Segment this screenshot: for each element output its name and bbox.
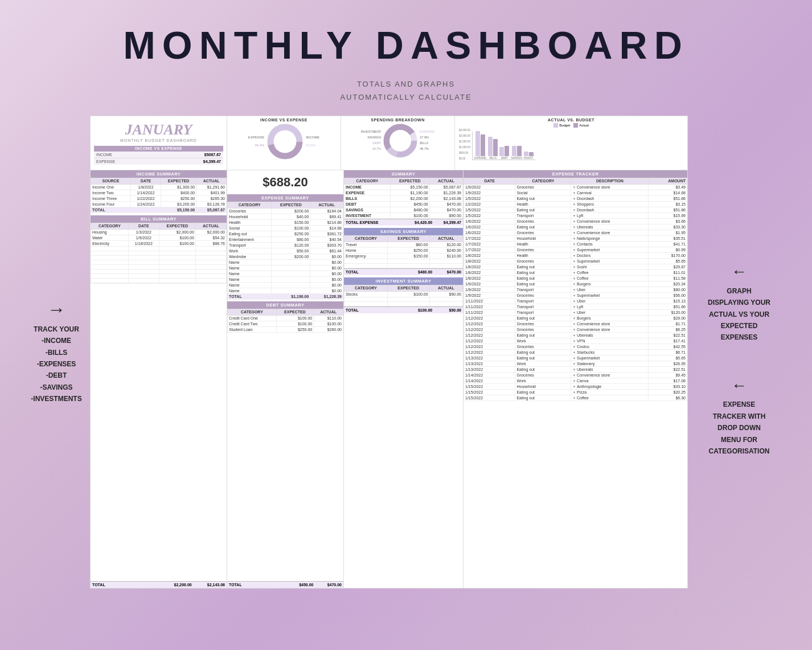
tracker-row: 1/9/2022Social▼ Carnival$14.68 xyxy=(464,190,687,195)
table-row: Wardrobe$200.00$0.00 xyxy=(228,254,343,259)
tracker-panel: EXPENSE TRACKER DATE CATEGORY DESCRIPTIO… xyxy=(464,170,687,588)
summary-panel: SUMMARY CATEGORY EXPECTED ACTUAL INCOME$… xyxy=(344,170,464,588)
empty-row xyxy=(91,246,227,251)
svg-point-7 xyxy=(389,130,411,152)
jan-subtitle: MONTHLY BUDGET DASHBOARD xyxy=(120,138,197,142)
tracker-row: 1/13/2022Eating out▼ Ubereats$22.51 xyxy=(464,366,687,372)
table-row: Household$40.00$69.41 xyxy=(228,214,343,219)
table-row: Housing1/3/2022$2,000.00$2,000.00 xyxy=(91,229,227,235)
main-title: MONTHLY DASHBOARD xyxy=(123,23,689,67)
table-row: Name$0.00 xyxy=(228,282,343,288)
summary-table: SUMMARY CATEGORY EXPECTED ACTUAL INCOME$… xyxy=(344,170,463,226)
left-side-label: → TRACK YOUR -INCOME -BILLS -EXPENSES -D… xyxy=(27,299,90,405)
table-row: Credit Card One$100.00$110.00 xyxy=(228,315,343,321)
tracker-row: 1/8/2022Eating out▼ Sushi$29.87 xyxy=(464,264,687,269)
table-row: Home$250.00$240.00 xyxy=(345,247,463,253)
table-row: Student Loan$250.00$260.00 xyxy=(228,326,343,332)
january-title: JANUARY xyxy=(125,121,192,138)
left-panel: INCOME SUMMARY SOURCE DATE EXPECTED ACTU… xyxy=(91,170,227,588)
empty-row xyxy=(345,259,463,263)
table-row: INCOME$5,150.00$5,087.67 xyxy=(345,184,463,190)
tracker-row: 1/12/2022Groceries▼ Convenience store$1.… xyxy=(464,321,687,326)
tracker-row: 1/7/2022Groceries▼ Supermarket$0.99 xyxy=(464,247,687,252)
investment-summary: INVESTMENT SUMMARY CATEGORY EXPECTED ACT… xyxy=(344,277,463,313)
tracker-row: 1/7/2022Health▼ Contacts$41.71 xyxy=(464,241,687,247)
debt-summary: DEBT SUMMARY CATEGORY EXPECTED ACTUAL Cr… xyxy=(227,301,343,333)
tracker-row: 1/8/2022Health▼ Doctors$170.00 xyxy=(464,252,687,258)
tracker-row: 1/14/2022Work▼ Canva$17.08 xyxy=(464,378,687,383)
spending-breakdown-chart: SPENDING BREAKDOWN INVESTMENT SAVINGS DE… xyxy=(341,116,455,170)
tracker-row: 1/6/2022Groceries▼ Convenience store$3.6… xyxy=(464,218,687,224)
empty-row xyxy=(91,251,227,255)
table-row: Eating out$250.00$381.72 xyxy=(228,231,343,236)
table-row: Name$0.00 xyxy=(228,271,343,276)
tracker-row: 1/12/2022Groceries▼ Convenience store$6.… xyxy=(464,326,687,332)
tracker-row: 1/12/2022Groceries▼ Costco$42.55 xyxy=(464,344,687,349)
tracker-row: 1/8/2022Eating out▼ Coffee$11.58 xyxy=(464,275,687,281)
table-row: DEBT$450.00$470.00 xyxy=(345,201,463,207)
tracker-row: 1/11/2022Transport▼ Uber$120.00 xyxy=(464,309,687,315)
tracker-row: 1/12/2022Work▼ VPN$17.41 xyxy=(464,338,687,344)
table-row: Income Three1/22/2022$250.00$265.30 xyxy=(91,195,227,201)
tracker-row: 1/5/2022Transport▼ Lyft$15.99 xyxy=(464,212,687,218)
spreadsheet: JANUARY MONTHLY BUDGET DASHBOARD INCOME … xyxy=(90,116,688,588)
bill-summary: BILL SUMMARY CATEGORY DATE EXPECTED ACTU… xyxy=(91,215,227,283)
empty-row xyxy=(345,297,463,301)
svg-point-2 xyxy=(274,130,297,153)
empty-row xyxy=(345,301,463,306)
empty-row xyxy=(91,278,227,283)
tracker-row: 1/9/2022Transport▼ Uber$80.00 xyxy=(464,287,687,292)
table-row: Transport$120.00$303.70 xyxy=(228,242,343,248)
table-row: Credit Card Two$100.00$100.00 xyxy=(228,321,343,326)
table-row: Name$0.00 xyxy=(228,265,343,271)
table-row: Emergency$150.00$110.00 xyxy=(345,253,463,259)
tracker-row: 1/12/2022Eating out▼ Burgers$29.00 xyxy=(464,315,687,321)
tracker-row: 1/2/2022Health▼ Shoppers$3.15 xyxy=(464,201,687,207)
table-row: Health$150.00$214.86 xyxy=(228,219,343,225)
savings-summary: SAVINGS SUMMARY CATEGORY EXPECTED ACTUAL… xyxy=(344,228,463,275)
table-row: Income Four1/24/2022$3,200.00$3,128.78 xyxy=(91,201,227,207)
empty-row xyxy=(91,269,227,273)
empty-row xyxy=(345,263,463,268)
tracker-row: 1/9/2022Eating out▼ Burgers$20.34 xyxy=(464,281,687,287)
table-row: Stocks$100.00$90.00 xyxy=(345,291,463,297)
empty-row xyxy=(91,255,227,260)
tracker-row: 1/13/2022Eating out▼ Supermarket$5.65 xyxy=(464,355,687,361)
table-row: BILLS$2,200.00$2,143.08 xyxy=(345,195,463,201)
empty-row xyxy=(91,264,227,269)
table-row: Income Two1/14/2022$400.00$401.99 xyxy=(91,190,227,195)
tracker-row: 1/6/2022Groceries▼ Convenience store$1.9… xyxy=(464,230,687,235)
tracker-row: 1/5/2022Eating out▼ Doordash$51.86 xyxy=(464,195,687,201)
table-row: Name$0.00 xyxy=(228,259,343,265)
actual-vs-budget-chart: ACTUAL VS. BUDGET Budget Actual $2,500.0… xyxy=(455,116,687,170)
tracker-row: 1/13/2022Work▼ Stationery$26.95 xyxy=(464,361,687,366)
tracker-row: 1/12/2022Eating out▼ Ubereats$22.51 xyxy=(464,332,687,338)
total-row: TOTAL$5,150.00$5,087.67 xyxy=(91,207,227,212)
tracker-row: 1/12/2022Eating out▼ Starbucks$6.71 xyxy=(464,349,687,355)
tracker-row: 1/15/2022Household▼ Anthropologie$33.10 xyxy=(464,383,687,389)
january-block: JANUARY MONTHLY BUDGET DASHBOARD INCOME … xyxy=(91,116,227,170)
right-label-tracker: ← EXPENSETRACKER WITHDROP DOWNMENU FORCA… xyxy=(694,372,785,457)
right-label-graph: ← GRAPHDISPLAYING YOURACTUAL VS YOUREXPE… xyxy=(694,258,785,344)
table-row: Entertainment$80.00$40.54 xyxy=(228,236,343,242)
tracker-row: 1/11/2022Transport▼ Uber$15.13 xyxy=(464,298,687,304)
table-row: EXPENSE$1,190.00$1,226.39 xyxy=(345,190,463,195)
expense-summary: EXPENSE SUMMARY CATEGORY EXPECTED ACTUAL… xyxy=(227,194,343,300)
tracker-row: 1/9/2022Groceries▼ Supermarket$56.00 xyxy=(464,292,687,298)
table-row: SAVINGS$480.00$470.00 xyxy=(345,207,463,212)
table-row: Income One1/8/2022$1,300.00$1,291.60 xyxy=(91,184,227,190)
empty-row xyxy=(91,260,227,264)
tracker-row: 1/11/2022Transport▼ Lyft$51.66 xyxy=(464,304,687,309)
table-row: Name$0.00 xyxy=(228,276,343,282)
right-side-labels: ← GRAPHDISPLAYING YOURACTUAL VS YOUREXPE… xyxy=(688,247,785,457)
tracker-row: 1/8/2022Eating out▼ Coffee$11.01 xyxy=(464,269,687,275)
left-arrow-icon: → xyxy=(27,299,85,320)
empty-row xyxy=(91,273,227,278)
table-row: INVESTMENT$100.00$90.00 xyxy=(345,212,463,218)
table-row: Water1/9/2022$100.00$54.32 xyxy=(91,235,227,240)
income-vs-expense-chart: INCOME VS EXPENSE EXPENSE 46.4% INCOME 5… xyxy=(227,116,341,170)
table-row: Electricity1/18/2022$100.00$88.76 xyxy=(91,240,227,246)
middle-panel: $688.20 EXPENSE SUMMARY CATEGORY EXPECTE… xyxy=(227,170,344,588)
table-row: Work$50.00$61.44 xyxy=(228,248,343,254)
tracker-row: 1/7/2022Household▼ Nails/sponge$35.51 xyxy=(464,235,687,241)
